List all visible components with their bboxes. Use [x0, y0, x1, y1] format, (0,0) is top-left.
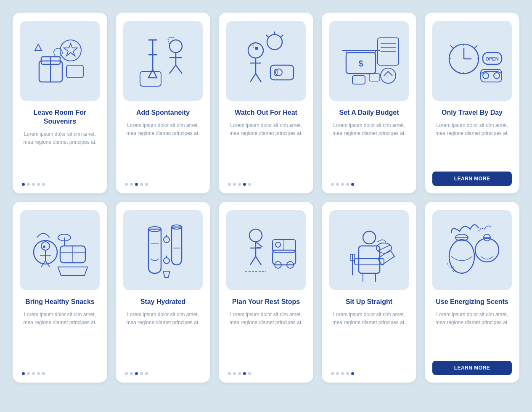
- dot-3: [346, 183, 349, 186]
- dot-4: [42, 183, 45, 186]
- card-dots-sit-straight: [329, 372, 409, 375]
- dot-1: [130, 372, 133, 375]
- card-body-add-spontaneity: Lorem ipsum dolor sit dim amet, mea regi…: [123, 121, 203, 177]
- card-body-healthy-snacks: Lorem ipsum dolor sit dim amet, mea regi…: [20, 311, 100, 366]
- dot-1: [130, 183, 133, 186]
- card-dots-leave-room: [20, 183, 100, 186]
- svg-point-38: [381, 68, 396, 83]
- card-energizing-scents: Use Energizing ScentsLorem ipsum dolor s…: [425, 202, 519, 383]
- svg-point-27: [255, 47, 258, 50]
- card-title-rest-stops: Plan Your Rest Stops: [232, 298, 300, 306]
- dot-4: [42, 372, 45, 375]
- svg-point-73: [164, 258, 169, 264]
- card-illustration-add-spontaneity: [123, 21, 203, 101]
- dot-3: [243, 372, 246, 375]
- dot-2: [238, 372, 241, 375]
- dot-3: [37, 183, 40, 186]
- learn-more-button-energizing-scents[interactable]: LEARN MORE: [432, 361, 512, 375]
- svg-point-55: [483, 73, 489, 79]
- dot-0: [22, 372, 25, 375]
- card-dots-watch-heat: [226, 183, 306, 186]
- svg-rect-6: [66, 65, 83, 78]
- dot-2: [341, 372, 344, 375]
- dot-1: [336, 372, 339, 375]
- svg-line-16: [176, 65, 182, 74]
- card-grid: Leave Room For SouvenirsLorem ipsum dolo…: [13, 13, 519, 383]
- dot-1: [27, 183, 30, 186]
- dot-0: [331, 183, 334, 186]
- card-add-spontaneity: Add SpontaneityLorem ipsum dolor sit dim…: [116, 13, 210, 193]
- svg-rect-37: [352, 76, 365, 84]
- card-illustration-rest-stops: [226, 210, 306, 290]
- card-illustration-sit-straight: [329, 210, 409, 290]
- svg-line-79: [256, 256, 261, 265]
- svg-point-18: [267, 34, 282, 50]
- dot-0: [22, 183, 25, 186]
- card-body-daily-budget: Lorem ipsum dolor sit dim amet, mea regi…: [329, 121, 409, 177]
- dot-2: [32, 183, 35, 186]
- dot-4: [248, 183, 251, 186]
- card-leave-room: Leave Room For SouvenirsLorem ipsum dolo…: [13, 13, 107, 193]
- dot-2: [135, 372, 138, 375]
- card-rest-stops: Plan Your Rest StopsLorem ipsum dolor si…: [219, 202, 313, 383]
- dot-0: [125, 372, 128, 375]
- dot-0: [228, 372, 231, 375]
- card-illustration-stay-hydrated: [123, 210, 203, 290]
- svg-point-89: [363, 231, 376, 244]
- svg-line-25: [250, 74, 256, 82]
- svg-point-63: [43, 246, 45, 248]
- svg-line-21: [266, 35, 268, 37]
- card-title-travel-day: Only Travel By Day: [442, 108, 503, 117]
- dot-2: [135, 183, 138, 186]
- svg-point-75: [249, 229, 262, 242]
- dot-2: [238, 183, 241, 186]
- svg-point-22: [248, 43, 263, 58]
- svg-line-15: [169, 65, 176, 74]
- svg-point-71: [164, 237, 169, 243]
- card-dots-stay-hydrated: [123, 372, 203, 375]
- dot-4: [145, 372, 148, 375]
- card-dots-add-spontaneity: [123, 183, 203, 186]
- dot-0: [331, 372, 334, 375]
- card-illustration-travel-day: OPEN: [432, 21, 512, 101]
- svg-line-53: [474, 45, 477, 48]
- card-title-leave-room: Leave Room For Souvenirs: [20, 108, 100, 126]
- svg-point-85: [275, 242, 281, 247]
- dot-4: [145, 183, 148, 186]
- dot-4: [351, 372, 354, 375]
- card-title-healthy-snacks: Bring Healthy Snacks: [25, 298, 95, 306]
- card-title-daily-budget: Set A Daily Budget: [339, 108, 399, 117]
- svg-point-29: [275, 69, 282, 76]
- card-stay-hydrated: Stay HydratedLorem ipsum dolor sit dim a…: [116, 202, 210, 383]
- dot-1: [27, 372, 30, 375]
- card-dots-healthy-snacks: [20, 372, 100, 375]
- card-travel-day: OPEN Only Travel By DayLorem ipsum dolor…: [425, 13, 519, 193]
- card-title-watch-heat: Watch Out For Heat: [235, 108, 297, 117]
- card-body-leave-room: Lorem ipsum dolor sit dim amet, mea regi…: [20, 130, 100, 177]
- dot-1: [233, 183, 236, 186]
- card-watch-heat: Watch Out For HeatLorem ipsum dolor sit …: [219, 13, 313, 193]
- card-sit-straight: Sit Up StraightLorem ipsum dolor sit dim…: [322, 202, 416, 383]
- dot-3: [243, 183, 246, 186]
- dot-4: [248, 372, 251, 375]
- svg-text:$: $: [358, 59, 363, 68]
- card-body-stay-hydrated: Lorem ipsum dolor sit dim amet, mea regi…: [123, 311, 203, 366]
- card-title-add-spontaneity: Add Spontaneity: [136, 108, 190, 117]
- dot-3: [140, 372, 143, 375]
- card-healthy-snacks: Bring Healthy SnacksLorem ipsum dolor si…: [13, 202, 107, 383]
- svg-line-26: [256, 74, 261, 82]
- card-dots-daily-budget: [329, 183, 409, 186]
- card-illustration-leave-room: [20, 21, 100, 101]
- card-title-stay-hydrated: Stay Hydrated: [140, 298, 186, 306]
- dot-3: [37, 372, 40, 375]
- svg-line-52: [450, 45, 453, 48]
- card-illustration-watch-heat: [226, 21, 306, 101]
- svg-point-56: [494, 73, 500, 79]
- card-body-sit-straight: Lorem ipsum dolor sit dim amet, mea regi…: [329, 311, 409, 366]
- dot-2: [32, 372, 35, 375]
- card-body-watch-heat: Lorem ipsum dolor sit dim amet, mea regi…: [226, 121, 306, 177]
- dot-3: [140, 183, 143, 186]
- learn-more-button-travel-day[interactable]: LEARN MORE: [432, 172, 512, 186]
- card-illustration-energizing-scents: [432, 210, 512, 290]
- svg-text:OPEN: OPEN: [485, 56, 498, 61]
